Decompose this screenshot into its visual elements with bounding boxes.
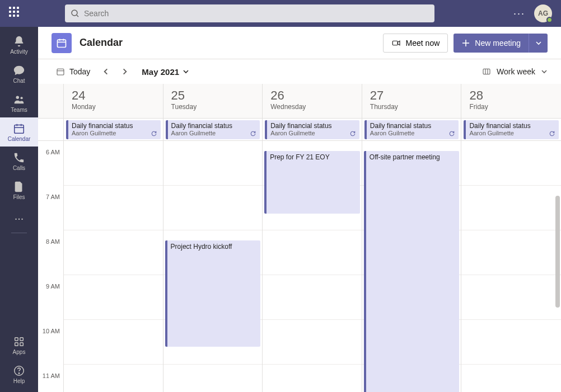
today-button[interactable]: Today — [52, 65, 95, 78]
rail-calendar[interactable]: Calendar — [0, 117, 38, 147]
hour-slots[interactable]: Off-site partner meeting — [362, 141, 461, 392]
allday-event[interactable]: Daily financial status Aaron Guilmette — [66, 120, 161, 139]
rail-help[interactable]: Help — [0, 360, 38, 389]
rail-calls[interactable]: Calls — [0, 147, 38, 176]
event-organizer: Aaron Guilmette — [469, 130, 555, 136]
hour-slots[interactable] — [461, 141, 561, 392]
chevron-down-icon — [183, 68, 189, 75]
prev-week-button[interactable] — [98, 64, 114, 79]
allday-row[interactable]: Daily financial status Aaron Guilmette — [163, 119, 263, 141]
calendar-event[interactable]: Prep for FY 21 EOY — [264, 151, 360, 214]
day-header[interactable]: 28 Friday — [461, 84, 561, 119]
day-number: 24 — [72, 89, 155, 102]
day-name: Wednesday — [270, 103, 354, 111]
view-icon — [482, 67, 491, 76]
event-title: Prep for FY 21 EOY — [270, 153, 357, 161]
meet-now-button[interactable]: Meet now — [383, 34, 448, 53]
svg-point-2 — [16, 96, 20, 99]
day-header[interactable]: 26 Wednesday — [263, 84, 362, 119]
rail-label: Files — [13, 194, 25, 200]
svg-rect-18 — [392, 41, 398, 45]
svg-point-3 — [20, 97, 22, 99]
day-number: 26 — [270, 89, 354, 102]
svg-point-13 — [18, 372, 19, 373]
day-header[interactable]: 25 Tuesday — [163, 84, 263, 119]
recurring-icon — [549, 130, 555, 137]
allday-row[interactable]: Daily financial status Aaron Guilmette — [64, 119, 163, 141]
svg-line-1 — [77, 15, 78, 17]
hour-slots[interactable]: Project Hydro kickoff — [163, 141, 263, 392]
new-meeting-dropdown[interactable] — [529, 34, 548, 53]
rail-apps[interactable]: Apps — [0, 330, 38, 360]
avatar-initials: AG — [538, 10, 548, 17]
rail-activity[interactable]: Activity — [0, 30, 38, 59]
day-name: Thursday — [370, 103, 454, 111]
calendar-event[interactable]: Project Hydro kickoff — [165, 240, 261, 347]
search-box[interactable] — [65, 4, 434, 22]
view-label: Work week — [497, 67, 535, 76]
time-column: 6 AM 7 AM 8 AM 9 AM 10 AM 11 AM — [38, 84, 64, 392]
settings-more-icon[interactable]: ··· — [513, 8, 525, 20]
button-label: New meeting — [475, 39, 521, 48]
day-column-monday: 24 Monday Daily financial status Aaron G… — [64, 84, 163, 392]
time-label: 8 AM — [46, 238, 60, 245]
search-icon — [71, 9, 80, 18]
allday-row[interactable]: Daily financial status Aaron Guilmette — [461, 119, 561, 141]
file-icon — [13, 181, 25, 193]
day-number: 28 — [469, 89, 553, 102]
allday-row[interactable]: Daily financial status Aaron Guilmette — [362, 119, 461, 141]
rail-label: Help — [13, 378, 25, 384]
apps-icon — [13, 336, 25, 348]
button-label: Meet now — [406, 39, 440, 48]
day-column-friday: 28 Friday Daily financial status Aaron G… — [461, 84, 561, 392]
calendar-app-icon — [52, 33, 72, 53]
recurring-icon — [250, 130, 256, 137]
new-meeting-button[interactable]: New meeting — [454, 34, 529, 53]
rail-more-icon[interactable]: ··· — [15, 207, 24, 229]
teams-icon — [13, 93, 25, 106]
svg-rect-11 — [20, 342, 24, 346]
day-header[interactable]: 27 Thursday — [362, 84, 461, 119]
search-input[interactable] — [84, 9, 429, 18]
next-week-button[interactable] — [117, 64, 133, 79]
recurring-icon — [349, 130, 356, 137]
today-label: Today — [69, 67, 90, 76]
allday-event[interactable]: Daily financial status Aaron Guilmette — [265, 120, 359, 139]
calendar-event[interactable]: Off-site partner meeting — [364, 151, 460, 392]
event-title: Daily financial status — [270, 122, 356, 130]
user-avatar[interactable]: AG — [534, 4, 552, 22]
days-container: 24 Monday Daily financial status Aaron G… — [64, 84, 561, 392]
day-header[interactable]: 24 Monday — [64, 84, 163, 119]
event-title: Daily financial status — [72, 122, 157, 130]
time-label: 11 AM — [43, 372, 60, 379]
app-launcher-icon[interactable] — [9, 7, 22, 20]
svg-rect-4 — [15, 125, 24, 133]
allday-event[interactable]: Daily financial status Aaron Guilmette — [166, 120, 260, 139]
chevron-right-icon — [121, 68, 129, 75]
hour-slots[interactable] — [64, 141, 163, 392]
event-title: Off-site partner meeting — [370, 153, 456, 161]
rail-teams[interactable]: Teams — [0, 88, 38, 117]
day-number: 25 — [171, 89, 255, 102]
month-picker[interactable]: May 2021 — [142, 67, 189, 77]
time-label: 9 AM — [46, 283, 60, 290]
rail-chat[interactable]: Chat — [0, 59, 38, 88]
calendar-header: Calendar Meet now New meeting — [38, 27, 561, 59]
event-title: Project Hydro kickoff — [171, 243, 258, 251]
calendar-today-icon — [56, 67, 65, 76]
allday-event[interactable]: Daily financial status Aaron Guilmette — [464, 120, 559, 139]
hour-slots[interactable]: Prep for FY 21 EOY — [263, 141, 362, 392]
rail-files[interactable]: Files — [0, 176, 38, 205]
event-organizer: Aaron Guilmette — [171, 130, 257, 136]
scrollbar[interactable] — [555, 196, 560, 308]
allday-row[interactable]: Daily financial status Aaron Guilmette — [263, 119, 362, 141]
chat-icon — [13, 64, 25, 77]
calendar-icon — [13, 122, 25, 135]
time-label: 6 AM — [46, 149, 60, 155]
svg-rect-10 — [15, 342, 18, 346]
event-title: Daily financial status — [469, 122, 555, 130]
allday-event[interactable]: Daily financial status Aaron Guilmette — [364, 120, 459, 139]
page-title: Calendar — [80, 37, 123, 49]
view-picker[interactable]: Work week — [482, 67, 548, 76]
video-icon — [391, 38, 401, 48]
